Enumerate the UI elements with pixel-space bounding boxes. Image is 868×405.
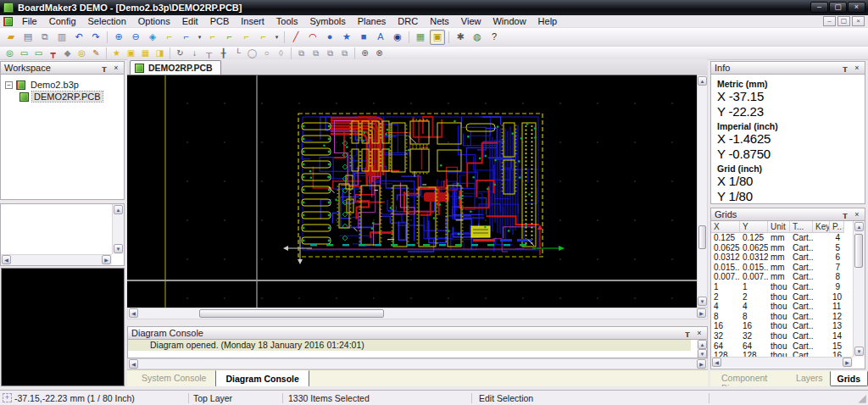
scroll-up-icon[interactable]: ▲ — [854, 222, 864, 231]
scroll-up-icon[interactable]: ▲ — [114, 205, 123, 214]
menu-nets[interactable]: Nets — [424, 15, 455, 27]
symbol-editor-button[interactable]: ◨ — [153, 47, 166, 59]
scroll-left-icon[interactable]: ◀ — [129, 308, 138, 318]
pin-icon[interactable]: ┰ — [683, 327, 692, 339]
console-vertical-scrollbar[interactable]: ▲ ▼ — [697, 340, 708, 358]
copy-sheet-button[interactable]: ⧉ — [295, 47, 308, 59]
net-tool-button[interactable]: ┬ — [203, 47, 215, 59]
copy-button[interactable]: ⧉ — [37, 30, 53, 45]
scroll-right-icon[interactable]: ▶ — [102, 255, 111, 264]
zoom-out-button[interactable]: ⊖ — [128, 30, 143, 45]
vertical-scroll-thumb[interactable] — [698, 225, 706, 249]
tab-layers[interactable]: Layers — [789, 371, 830, 385]
grids-table-row[interactable]: 0.1250.125mmCart...4 — [711, 233, 865, 243]
ellipse-tool-button[interactable]: ◯ — [246, 47, 259, 59]
restore-button[interactable]: ▢ — [829, 2, 847, 13]
grids-table-row[interactable]: 0.031250.03125mmCart...6 — [711, 252, 865, 263]
grids-column-header-key[interactable]: Key — [813, 221, 830, 233]
small-ellipse-tool-button[interactable]: ○ — [260, 47, 273, 59]
close-button[interactable]: × — [848, 2, 865, 13]
menu-edit[interactable]: Edit — [176, 15, 204, 27]
print-button[interactable]: ▥ — [54, 30, 70, 45]
scroll-left-icon[interactable]: ◀ — [2, 255, 11, 264]
redo-button[interactable]: ↷ — [88, 30, 103, 45]
grids-table-row[interactable]: 44thouCart...11 — [711, 302, 865, 312]
circle-tool-button[interactable]: ● — [322, 30, 337, 45]
horizontal-scroll-thumb[interactable] — [199, 309, 384, 318]
mdi-close-button[interactable]: × — [852, 16, 865, 26]
minimize-button[interactable]: – — [810, 2, 828, 13]
menu-insert[interactable]: Insert — [235, 15, 270, 27]
scroll-down-icon[interactable]: ▼ — [114, 244, 123, 253]
pin-tool-button[interactable]: ╂ — [217, 47, 230, 59]
arc-tool-button[interactable]: ◠ — [305, 30, 320, 45]
close-icon[interactable]: × — [853, 208, 861, 220]
tab-diagram-console[interactable]: Diagram Console — [215, 370, 309, 387]
grids-column-header-y[interactable]: Y — [740, 221, 768, 233]
design-rules-button[interactable]: ✱ — [453, 30, 468, 45]
scroll-right-icon[interactable]: ▶ — [697, 359, 706, 369]
route-corner-button-3[interactable]: ⌐ — [205, 30, 220, 45]
menu-selection[interactable]: Selection — [82, 15, 132, 27]
open-button[interactable]: ▰ — [3, 30, 19, 45]
grids-column-header-unit[interactable]: Unit — [768, 221, 790, 233]
help-button[interactable]: ? — [487, 30, 502, 45]
preview-horizontal-scrollbar[interactable]: ◀ ▶ — [1, 254, 112, 265]
grid-lock-button[interactable]: ▣ — [430, 30, 445, 45]
scroll-up-icon[interactable]: ▲ — [698, 340, 707, 349]
undo-button[interactable]: ↶ — [71, 30, 86, 45]
rotate-sheet-right-button[interactable]: ⧉ — [324, 47, 337, 59]
route-corner-button-4[interactable]: ⌐ — [222, 30, 237, 45]
snap-grid-button[interactable]: ▦ — [413, 30, 428, 45]
tree-item-demo2.b3p[interactable]: −Demo2.b3p — [1, 79, 124, 91]
text-tool-button[interactable]: A — [373, 30, 388, 45]
track-edit-tool-button[interactable]: ✎ — [90, 47, 103, 59]
scroll-up-icon[interactable]: ▲ — [698, 76, 707, 86]
set-origin-button[interactable]: ⊕ — [359, 47, 371, 59]
pin-icon[interactable]: ┰ — [841, 62, 849, 74]
route-bend-tool-button[interactable]: └ — [231, 47, 244, 59]
pcb-canvas[interactable] — [127, 75, 697, 308]
grids-horizontal-scrollbar[interactable]: ◀ ▶ — [711, 357, 853, 368]
grids-table-row[interactable]: 88thouCart...12 — [711, 312, 865, 322]
via-tool-button[interactable]: ◎ — [75, 47, 88, 59]
zoom-extents-button[interactable]: ◈ — [145, 30, 160, 45]
grids-table-row[interactable]: 0.007...0.007...mmCart...8 — [711, 272, 865, 282]
pin-icon[interactable]: ┰ — [841, 208, 849, 220]
menu-help[interactable]: Help — [532, 15, 564, 27]
component-star-button[interactable]: ★ — [110, 47, 123, 59]
menu-symbols[interactable]: Symbols — [304, 15, 352, 27]
grids-column-header-x[interactable]: X — [711, 221, 740, 233]
rectangle-tool-button[interactable]: ■ — [356, 30, 371, 45]
tab-system-console[interactable]: System Console — [132, 370, 215, 386]
menu-file[interactable]: File — [16, 15, 43, 27]
component-array-button[interactable]: ▦ — [139, 47, 152, 59]
star-tool-button[interactable]: ★ — [339, 30, 354, 45]
scroll-right-icon[interactable]: ▶ — [843, 358, 852, 367]
grids-table-row[interactable]: 22thouCart...10 — [711, 292, 865, 302]
preview-vertical-scrollbar[interactable]: ▲ ▼ — [112, 204, 124, 254]
menu-options[interactable]: Options — [132, 15, 176, 27]
spiral-tool-button[interactable]: ◉ — [390, 30, 405, 45]
slot-pad-tool-button[interactable]: ▭ — [18, 47, 31, 59]
eraser-tool-button[interactable]: ◊ — [275, 47, 287, 59]
mdi-restore-button[interactable]: ▢ — [837, 16, 850, 26]
save-button[interactable]: ▤ — [20, 30, 36, 45]
grids-table-row[interactable]: 0.015...0.015...mmCart...7 — [711, 263, 865, 273]
menu-window[interactable]: Window — [487, 15, 531, 27]
grids-column-header-p[interactable]: P..▲ — [830, 221, 844, 233]
vertical-scroll-thumb[interactable] — [854, 234, 863, 268]
scroll-down-icon[interactable]: ▼ — [698, 297, 707, 306]
rotate-tool-button[interactable]: ↻ — [174, 47, 186, 59]
grids-vertical-scrollbar[interactable]: ▲ ▼ — [853, 221, 865, 357]
grids-table-row[interactable]: 11thouCart...9 — [711, 282, 865, 292]
rect-pad-tool-button[interactable]: ▭ — [32, 47, 45, 59]
route-corner-button-6[interactable]: ⌐ — [256, 30, 271, 45]
pin-icon[interactable]: ┰ — [100, 62, 108, 74]
tab-grids[interactable]: Grids — [830, 371, 868, 386]
resize-grip-icon[interactable]: ◢ — [856, 392, 868, 404]
menu-planes[interactable]: Planes — [352, 15, 392, 27]
grids-table-row[interactable]: 6464thouCart...15 — [711, 341, 865, 352]
scroll-left-icon[interactable]: ◀ — [129, 359, 138, 369]
route-corner-button-2[interactable]: ⌐ — [179, 30, 194, 45]
